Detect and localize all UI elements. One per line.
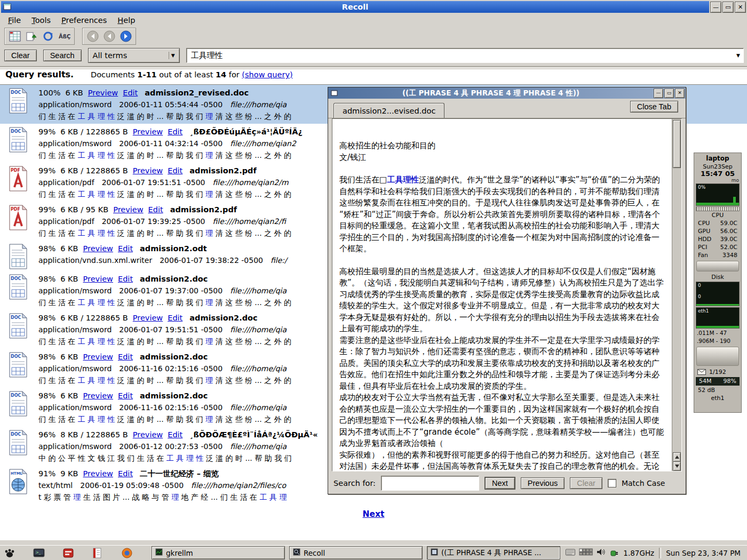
- find-clear-button[interactable]: Clear: [570, 477, 602, 489]
- query-history-chevron-icon[interactable]: ▼: [733, 52, 743, 59]
- snippet-text: 们 生 活 在: [38, 190, 78, 198]
- result-date: 2006-01-07 19:39:25 -0500: [102, 217, 205, 226]
- firefox-icon[interactable]: [121, 547, 133, 559]
- scrollbar-thumb[interactable]: [673, 120, 681, 168]
- snippet-text: 泛滥的时代。作为“世之显学”的诸种以“事实”与“价值”的二分为荣的自然科学和社会…: [339, 175, 660, 253]
- preview-link[interactable]: Preview: [88, 89, 118, 97]
- menubar: FileToolsPreferencesHelp: [0, 14, 747, 27]
- show-query-link[interactable]: (show query): [242, 70, 292, 79]
- preview-link[interactable]: Preview: [83, 275, 113, 283]
- result-url: file:///home/qian2: [230, 139, 296, 148]
- snippet-text: 清 这 些 纷 ... 之 外 的: [213, 298, 291, 307]
- edit-link[interactable]: Edit: [118, 244, 133, 253]
- matched-term: 工 具 理 性: [166, 454, 203, 462]
- edit-link[interactable]: Edit: [168, 166, 182, 175]
- close-tab-button[interactable]: Close Tab: [630, 101, 678, 113]
- keyboard-icon[interactable]: [566, 549, 575, 557]
- edit-link[interactable]: Edit: [148, 205, 163, 214]
- preview-maximize-button[interactable]: ▭: [664, 89, 674, 98]
- go-next-icon[interactable]: [118, 29, 133, 43]
- eth1-chart-label: eth1: [698, 308, 709, 314]
- preview-link[interactable]: Preview: [133, 127, 163, 136]
- gkrellm-monitor: laptop Sun23Sep 15:47 05 mo 0% CPU CPU59…: [694, 153, 742, 413]
- find-previous-button[interactable]: Previous: [521, 477, 565, 489]
- edit-link[interactable]: Edit: [118, 469, 133, 478]
- sort-letters-icon[interactable]: ÂßÇ: [57, 29, 71, 43]
- index-refresh-icon[interactable]: [24, 29, 38, 43]
- reload-icon[interactable]: [41, 29, 55, 43]
- match-case-checkbox[interactable]: [608, 479, 616, 487]
- preview-titlebar[interactable]: ((工 PHRASE 4 具 PHRASE 4 理 PHRASE 4 性)) —…: [328, 87, 686, 99]
- scroll-down-button[interactable]: [673, 461, 681, 471]
- edit-link[interactable]: Edit: [168, 314, 182, 322]
- svg-text:DOC: DOC: [11, 276, 21, 281]
- edit-link[interactable]: Edit: [118, 353, 133, 361]
- preview-scrollbar[interactable]: [672, 119, 681, 471]
- preview-minimize-button[interactable]: —: [654, 89, 663, 98]
- minimize-button[interactable]: —: [710, 2, 721, 13]
- pager-icon[interactable]: [579, 548, 593, 557]
- memory-readout: 54M98%: [696, 377, 740, 386]
- tray-separator: [659, 548, 661, 558]
- taskbar-task-gkrellm[interactable]: gkrellm: [152, 546, 285, 559]
- net-readouts: .011M - 47.906M - 190: [694, 329, 741, 345]
- find-next-button[interactable]: Next: [484, 477, 515, 490]
- svg-text:DOC: DOC: [11, 129, 21, 134]
- recoll-titlebar[interactable]: Recoll — ▭ ✕: [0, 0, 747, 14]
- preview-link[interactable]: Preview: [133, 166, 163, 175]
- terminal-icon[interactable]: >_: [33, 547, 45, 559]
- edit-link[interactable]: Edit: [168, 127, 182, 136]
- search-bar: Clear Search All terms ▼ 工具理性 ▼: [0, 47, 744, 64]
- result-date: 2006-01-11 05:54:44 -0500: [119, 100, 222, 109]
- edit-link[interactable]: Edit: [123, 89, 138, 97]
- gkrellm-panel-2: [696, 347, 739, 366]
- tab-admission2-revised-doc[interactable]: admission2...evised.doc: [333, 103, 444, 118]
- close-button[interactable]: ✕: [735, 2, 746, 13]
- edit-link[interactable]: Edit: [168, 430, 182, 439]
- preview-text[interactable]: 高校招生的社会功能和目的文/钱江我们生活在□工具理性泛滥的时代。作为“世之显学”…: [332, 119, 672, 471]
- cpu-frequency: 1.87GHz: [623, 549, 654, 557]
- edit-link[interactable]: Edit: [118, 391, 133, 400]
- taskbar-task--phrase-4-phrase-[interactable]: ((工 PHRASE 4 具 PHRASE ...: [427, 546, 560, 559]
- result-mimetype: application/msword: [38, 364, 112, 373]
- temp-readout: CPU59.0C: [694, 219, 741, 227]
- matched-term: 工 具 理 性: [78, 337, 115, 346]
- paw-icon[interactable]: [3, 547, 16, 559]
- preview-link[interactable]: Preview: [133, 314, 163, 322]
- search-button[interactable]: Search: [43, 50, 82, 61]
- maximize-button[interactable]: ▭: [722, 2, 734, 13]
- scroll-up-button[interactable]: [673, 452, 681, 462]
- table-icon[interactable]: [7, 29, 22, 43]
- preview-link[interactable]: Preview: [113, 205, 143, 214]
- next-page-link[interactable]: Next: [363, 509, 385, 519]
- preview-content: 高校招生的社会功能和目的文/钱江我们生活在□工具理性泛滥的时代。作为“世之显学”…: [332, 118, 682, 471]
- snippet-text: 泛 滥 的 时 ... 帮 助 我 们: [115, 298, 205, 307]
- preview-link[interactable]: Preview: [83, 391, 113, 400]
- preview-link[interactable]: Preview: [133, 430, 163, 439]
- menu-preferences[interactable]: Preferences: [57, 15, 112, 26]
- query-input[interactable]: 工具理性 ▼: [186, 48, 744, 63]
- clear-button[interactable]: Clear: [4, 50, 37, 61]
- taskbar-task-recoll[interactable]: Recoll: [289, 546, 423, 559]
- battery-icon: [610, 549, 618, 557]
- menu-tools[interactable]: Tools: [27, 15, 55, 26]
- red-edit-icon[interactable]: [91, 547, 104, 559]
- gkrellm-clock: Sun23Sep 15:47 05: [694, 163, 741, 178]
- preview-close-button[interactable]: ✕: [675, 89, 685, 98]
- go-first-icon[interactable]: [85, 29, 100, 43]
- menu-help[interactable]: Help: [113, 15, 140, 26]
- menu-file[interactable]: File: [3, 15, 26, 26]
- preview-link[interactable]: Preview: [83, 244, 113, 253]
- result-score: 99%: [38, 166, 55, 175]
- search-mode-select[interactable]: All terms ▼: [88, 48, 180, 63]
- result-filename: admission2.doc: [140, 275, 208, 283]
- preview-link[interactable]: Preview: [83, 469, 113, 478]
- volume-icon[interactable]: [597, 548, 605, 557]
- go-prev-icon[interactable]: [102, 29, 116, 43]
- edit-link[interactable]: Edit: [118, 275, 133, 283]
- preview-link[interactable]: Preview: [83, 353, 113, 361]
- find-input[interactable]: [381, 476, 479, 491]
- system-tray: 1.87GHz Sun Sep 23, 3:47 PM: [566, 548, 744, 558]
- matched-term: 工 具 理 性: [78, 376, 115, 385]
- red-app-icon[interactable]: [62, 547, 75, 559]
